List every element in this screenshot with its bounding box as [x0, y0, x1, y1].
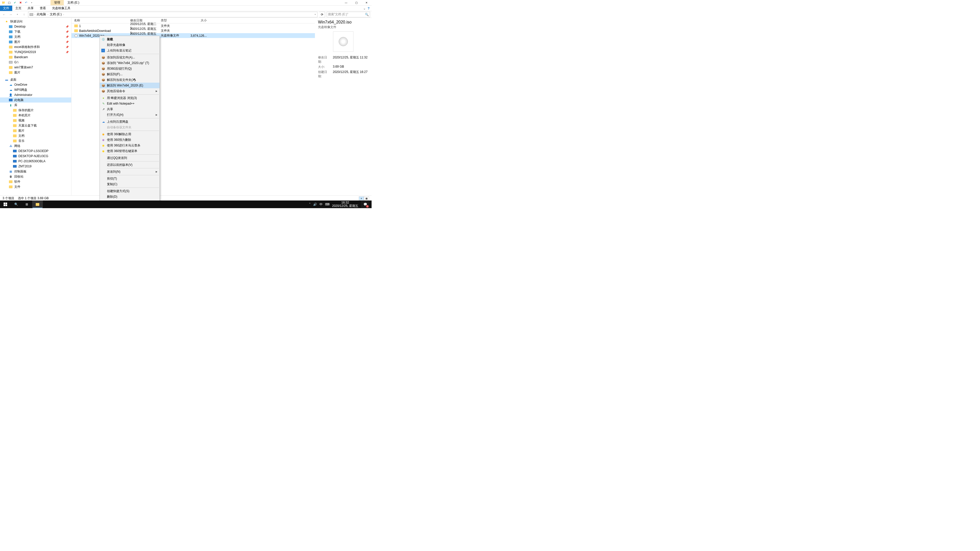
breadcrumb-dropdown-icon[interactable]: ▾ — [315, 13, 316, 16]
tree-quick-access[interactable]: ★快速访问 — [0, 19, 71, 24]
keyboard-icon[interactable]: ⌨ — [325, 203, 329, 206]
ctx-extract-here[interactable]: 📦解压到当前文件夹(X) — [100, 77, 159, 83]
tree-downloads[interactable]: 下载📌 — [0, 29, 71, 34]
qat-undo-icon[interactable]: ↶ — [24, 1, 28, 5]
qat-checkbox-icon[interactable]: ▢ — [7, 1, 11, 5]
tree-excel-folder[interactable]: excel表格制作求和📌 — [0, 44, 71, 49]
tree-wps[interactable]: ☁WPS网盘 — [0, 87, 71, 92]
ctx-cut[interactable]: 剪切(T) — [100, 176, 159, 181]
tree-libraries[interactable]: ▮库 — [0, 103, 71, 108]
view-icons-button[interactable]: ▦ — [364, 197, 369, 200]
crumb-location[interactable]: 文档 (E:) — [49, 12, 62, 17]
volume-icon[interactable]: 🔊 — [313, 203, 317, 206]
qat-delete-icon[interactable]: ✖ — [18, 1, 22, 5]
ctx-360-menu[interactable]: ◉使用 360管理右键菜单 — [100, 148, 159, 154]
chevron-right-icon[interactable]: › — [63, 13, 65, 16]
maximize-button[interactable]: ▢ — [351, 0, 361, 6]
ctx-mount[interactable]: 💿装载 — [100, 37, 159, 42]
nav-forward-button[interactable]: → — [8, 12, 13, 17]
navigation-tree[interactable]: ★快速访问 Desktop📌 下载📌 文档📌 图片📌 excel表格制作求和📌 … — [0, 18, 72, 195]
tree-net-pc-4[interactable]: ZMT2019 — [0, 164, 71, 169]
tree-net-pc-2[interactable]: DESKTOP-NJEU3CG — [0, 154, 71, 159]
tree-net-pc-1[interactable]: DESKTOP-LSSOEDP — [0, 148, 71, 154]
tree-this-pc[interactable]: 此电脑 — [0, 97, 71, 103]
ctx-360-delete[interactable]: ◉使用 360强力删除 — [100, 137, 159, 143]
ctx-youdao[interactable]: ↑上传到有道云笔记 — [100, 48, 159, 53]
col-name[interactable]: 名称 — [74, 18, 130, 23]
tree-win7-folder[interactable]: win7重装win7 — [0, 65, 71, 70]
taskbar-search-button[interactable]: 🔍 — [11, 200, 21, 208]
refresh-button[interactable]: ⟳ — [319, 12, 325, 17]
search-input[interactable]: 搜索"文档 (E:)" 🔍 — [327, 12, 370, 17]
tree-recycle[interactable]: 🗑回收站 — [0, 174, 71, 179]
tree-music[interactable]: 音乐 — [0, 138, 71, 143]
ctx-add-zip[interactable]: 📦添加到 "Win7x64_2020.zip" (T) — [100, 60, 159, 66]
ctx-360-unlock[interactable]: ◉使用 360解除占用 — [100, 131, 159, 137]
ctx-share[interactable]: ↗共享 — [100, 106, 159, 112]
tree-pictures-2[interactable]: 图片 — [0, 70, 71, 75]
ctx-send-to[interactable]: 发送到(N)▶ — [100, 169, 159, 175]
minimize-button[interactable]: — — [341, 0, 351, 6]
ctx-open-with[interactable]: 打开方式(H)▶ — [100, 112, 159, 118]
tree-documents[interactable]: 文档📌 — [0, 34, 71, 39]
close-button[interactable]: ✕ — [361, 0, 372, 6]
tree-administrator[interactable]: 👤Administrator — [0, 92, 71, 97]
ctx-360-scan[interactable]: ◉使用 360进行木马云查杀 — [100, 143, 159, 148]
chevron-right-icon[interactable]: › — [34, 13, 36, 16]
crumb-this-pc[interactable]: 此电脑 — [36, 12, 46, 17]
ribbon-tab-file[interactable]: 文件 — [0, 6, 12, 11]
ctx-burn[interactable]: 刻录光盘映像 — [100, 42, 159, 48]
ctx-other-compress[interactable]: 📦其他压缩命令▶ — [100, 88, 159, 94]
chevron-right-icon[interactable]: › — [47, 13, 49, 16]
tree-files[interactable]: 文件 — [0, 184, 71, 189]
tree-yunqishi[interactable]: YUNQISHI2019📌 — [0, 49, 71, 55]
tree-g-drive[interactable]: G:\ — [0, 60, 71, 65]
ctx-extract-to[interactable]: 📦解压到(F)... — [100, 71, 159, 77]
tree-bandicam[interactable]: Bandicam — [0, 55, 71, 60]
tree-software[interactable]: 软件 — [0, 179, 71, 184]
tree-tianyi[interactable]: 天翼云盘下载 — [0, 123, 71, 128]
qat-dropdown-icon[interactable]: ▾ — [30, 1, 34, 5]
qat-check-icon[interactable]: ✔ — [13, 1, 17, 5]
start-button[interactable] — [0, 200, 11, 208]
tree-saved-pictures[interactable]: 保存的图片 — [0, 108, 71, 113]
ctx-copy[interactable]: 复制(C) — [100, 181, 159, 187]
file-row[interactable]: 1 2020/12/15, 星期二 1... 文件夹 — [72, 24, 315, 28]
ctx-notepadpp[interactable]: ✎Edit with Notepad++ — [100, 101, 159, 106]
ribbon-tab-home[interactable]: 主页 — [12, 6, 24, 11]
ctx-bee-browser[interactable]: ●用 蜂蜜浏览器 浏览(3) — [100, 95, 159, 101]
tree-desktop[interactable]: Desktop📌 — [0, 24, 71, 29]
action-center-button[interactable]: 💬3 — [361, 200, 369, 208]
tree-camera-roll[interactable]: 本机照片 — [0, 113, 71, 118]
ribbon-tab-share[interactable]: 共享 — [24, 6, 37, 11]
ctx-baidu-upload[interactable]: ☁上传到百度网盘 — [100, 119, 159, 124]
ribbon-tab-iso-tools[interactable]: 光盘映像工具 — [49, 6, 73, 11]
ctx-qq-send[interactable]: 通过QQ发送到 — [100, 155, 159, 161]
tree-net-pc-3[interactable]: PC-20190530OBLA — [0, 159, 71, 164]
ime-indicator[interactable]: 中 — [320, 202, 323, 206]
taskbar-explorer-button[interactable] — [32, 200, 43, 208]
help-icon[interactable]: ? — [368, 6, 369, 10]
ctx-open-360[interactable]: 📦用360压缩打开(Q) — [100, 66, 159, 71]
tree-onedrive[interactable]: ☁OneDrive — [0, 82, 71, 87]
task-view-button[interactable]: ⊞ — [21, 200, 32, 208]
tray-overflow-icon[interactable]: ˄ — [309, 203, 310, 206]
ctx-delete[interactable]: 删除(D) — [100, 194, 159, 200]
tree-pictures-3[interactable]: 图片 — [0, 128, 71, 133]
ctx-restore-versions[interactable]: 还原以前的版本(V) — [100, 162, 159, 168]
tree-desktop-root[interactable]: ▬桌面 — [0, 77, 71, 82]
ribbon-expand-icon[interactable]: ⌄ — [363, 6, 366, 10]
tree-video[interactable]: 视频 — [0, 118, 71, 123]
ctx-add-archive[interactable]: 📦添加到压缩文件(A)... — [100, 55, 159, 60]
nav-back-button[interactable]: ← — [2, 12, 6, 17]
taskbar-clock[interactable]: 16:32 2020/12/25, 星期五 — [332, 201, 358, 208]
tree-pictures[interactable]: 图片📌 — [0, 39, 71, 44]
nav-up-button[interactable]: ↑ — [21, 12, 27, 17]
file-row[interactable]: BaiduNetdiskDownload 2020/12/25, 星期五 1..… — [72, 28, 315, 33]
ctx-extract-folder[interactable]: 📦解压到 Win7x64_2020\ (E) — [100, 83, 159, 88]
tree-network[interactable]: 🖧网络 — [0, 143, 71, 148]
col-size[interactable]: 大小 — [186, 18, 207, 23]
tree-control-panel[interactable]: ▦控制面板 — [0, 169, 71, 174]
nav-history-dropdown[interactable]: ▾ — [15, 12, 20, 17]
col-type[interactable]: 类型 — [161, 18, 186, 23]
